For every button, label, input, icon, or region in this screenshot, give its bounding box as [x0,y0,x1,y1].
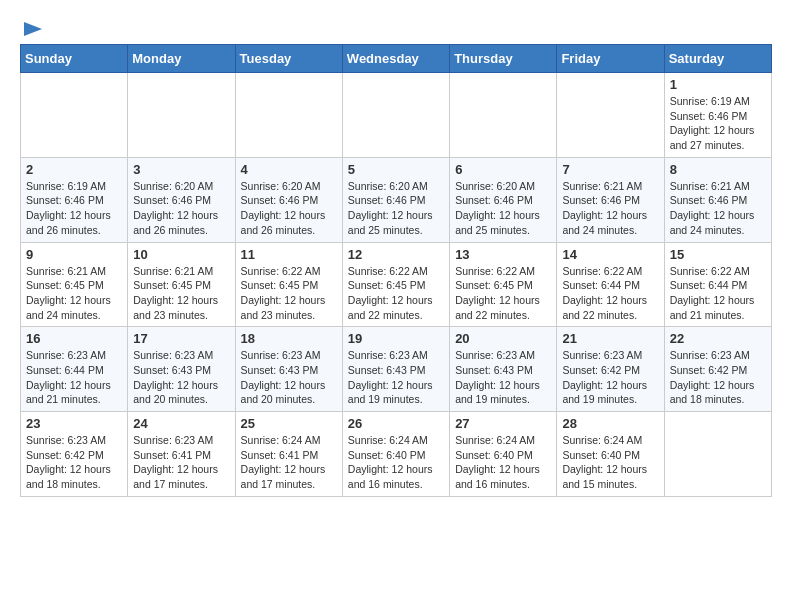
calendar-cell [128,73,235,158]
day-info: Sunrise: 6:20 AM Sunset: 6:46 PM Dayligh… [348,179,444,238]
day-number: 11 [241,247,337,262]
calendar-cell: 17Sunrise: 6:23 AM Sunset: 6:43 PM Dayli… [128,327,235,412]
day-number: 27 [455,416,551,431]
calendar-cell [557,73,664,158]
day-number: 19 [348,331,444,346]
day-number: 3 [133,162,229,177]
day-number: 4 [241,162,337,177]
calendar-cell [450,73,557,158]
day-number: 17 [133,331,229,346]
day-info: Sunrise: 6:23 AM Sunset: 6:43 PM Dayligh… [455,348,551,407]
day-info: Sunrise: 6:20 AM Sunset: 6:46 PM Dayligh… [455,179,551,238]
calendar-table: SundayMondayTuesdayWednesdayThursdayFrid… [20,44,772,497]
calendar-cell: 18Sunrise: 6:23 AM Sunset: 6:43 PM Dayli… [235,327,342,412]
calendar-cell: 26Sunrise: 6:24 AM Sunset: 6:40 PM Dayli… [342,412,449,497]
calendar-cell: 9Sunrise: 6:21 AM Sunset: 6:45 PM Daylig… [21,242,128,327]
calendar-cell: 10Sunrise: 6:21 AM Sunset: 6:45 PM Dayli… [128,242,235,327]
day-info: Sunrise: 6:21 AM Sunset: 6:46 PM Dayligh… [562,179,658,238]
day-number: 16 [26,331,122,346]
calendar-cell: 13Sunrise: 6:22 AM Sunset: 6:45 PM Dayli… [450,242,557,327]
day-number: 15 [670,247,766,262]
calendar-cell: 16Sunrise: 6:23 AM Sunset: 6:44 PM Dayli… [21,327,128,412]
calendar-cell: 24Sunrise: 6:23 AM Sunset: 6:41 PM Dayli… [128,412,235,497]
logo [20,20,44,34]
day-info: Sunrise: 6:23 AM Sunset: 6:44 PM Dayligh… [26,348,122,407]
day-number: 25 [241,416,337,431]
calendar-cell [342,73,449,158]
day-info: Sunrise: 6:22 AM Sunset: 6:44 PM Dayligh… [562,264,658,323]
day-info: Sunrise: 6:24 AM Sunset: 6:40 PM Dayligh… [562,433,658,492]
day-info: Sunrise: 6:20 AM Sunset: 6:46 PM Dayligh… [241,179,337,238]
calendar-cell: 1Sunrise: 6:19 AM Sunset: 6:46 PM Daylig… [664,73,771,158]
calendar-cell: 11Sunrise: 6:22 AM Sunset: 6:45 PM Dayli… [235,242,342,327]
weekday-header-thursday: Thursday [450,45,557,73]
calendar-cell: 22Sunrise: 6:23 AM Sunset: 6:42 PM Dayli… [664,327,771,412]
day-number: 1 [670,77,766,92]
calendar-cell: 2Sunrise: 6:19 AM Sunset: 6:46 PM Daylig… [21,157,128,242]
calendar-cell [21,73,128,158]
day-info: Sunrise: 6:21 AM Sunset: 6:45 PM Dayligh… [26,264,122,323]
day-number: 18 [241,331,337,346]
day-info: Sunrise: 6:19 AM Sunset: 6:46 PM Dayligh… [26,179,122,238]
day-number: 28 [562,416,658,431]
day-info: Sunrise: 6:24 AM Sunset: 6:40 PM Dayligh… [455,433,551,492]
calendar-cell: 6Sunrise: 6:20 AM Sunset: 6:46 PM Daylig… [450,157,557,242]
day-info: Sunrise: 6:22 AM Sunset: 6:45 PM Dayligh… [348,264,444,323]
day-info: Sunrise: 6:21 AM Sunset: 6:46 PM Dayligh… [670,179,766,238]
day-info: Sunrise: 6:19 AM Sunset: 6:46 PM Dayligh… [670,94,766,153]
day-info: Sunrise: 6:22 AM Sunset: 6:44 PM Dayligh… [670,264,766,323]
day-number: 12 [348,247,444,262]
calendar-cell: 28Sunrise: 6:24 AM Sunset: 6:40 PM Dayli… [557,412,664,497]
weekday-header-tuesday: Tuesday [235,45,342,73]
day-info: Sunrise: 6:23 AM Sunset: 6:42 PM Dayligh… [670,348,766,407]
day-number: 24 [133,416,229,431]
day-number: 20 [455,331,551,346]
day-number: 8 [670,162,766,177]
weekday-header-saturday: Saturday [664,45,771,73]
calendar-cell: 15Sunrise: 6:22 AM Sunset: 6:44 PM Dayli… [664,242,771,327]
day-info: Sunrise: 6:23 AM Sunset: 6:41 PM Dayligh… [133,433,229,492]
day-number: 10 [133,247,229,262]
calendar-cell [235,73,342,158]
weekday-header-wednesday: Wednesday [342,45,449,73]
svg-marker-0 [24,22,42,36]
day-info: Sunrise: 6:20 AM Sunset: 6:46 PM Dayligh… [133,179,229,238]
weekday-header-sunday: Sunday [21,45,128,73]
calendar-cell: 23Sunrise: 6:23 AM Sunset: 6:42 PM Dayli… [21,412,128,497]
calendar-cell: 3Sunrise: 6:20 AM Sunset: 6:46 PM Daylig… [128,157,235,242]
weekday-header-friday: Friday [557,45,664,73]
day-number: 22 [670,331,766,346]
day-info: Sunrise: 6:23 AM Sunset: 6:42 PM Dayligh… [562,348,658,407]
logo-flag-icon [22,20,44,38]
day-number: 7 [562,162,658,177]
calendar-cell: 8Sunrise: 6:21 AM Sunset: 6:46 PM Daylig… [664,157,771,242]
calendar-cell: 27Sunrise: 6:24 AM Sunset: 6:40 PM Dayli… [450,412,557,497]
day-number: 21 [562,331,658,346]
calendar-cell: 21Sunrise: 6:23 AM Sunset: 6:42 PM Dayli… [557,327,664,412]
day-info: Sunrise: 6:23 AM Sunset: 6:42 PM Dayligh… [26,433,122,492]
day-info: Sunrise: 6:24 AM Sunset: 6:40 PM Dayligh… [348,433,444,492]
calendar-cell [664,412,771,497]
day-number: 6 [455,162,551,177]
day-number: 26 [348,416,444,431]
day-info: Sunrise: 6:24 AM Sunset: 6:41 PM Dayligh… [241,433,337,492]
day-info: Sunrise: 6:22 AM Sunset: 6:45 PM Dayligh… [455,264,551,323]
day-info: Sunrise: 6:23 AM Sunset: 6:43 PM Dayligh… [133,348,229,407]
day-info: Sunrise: 6:23 AM Sunset: 6:43 PM Dayligh… [241,348,337,407]
day-info: Sunrise: 6:22 AM Sunset: 6:45 PM Dayligh… [241,264,337,323]
day-number: 5 [348,162,444,177]
day-number: 9 [26,247,122,262]
calendar-cell: 12Sunrise: 6:22 AM Sunset: 6:45 PM Dayli… [342,242,449,327]
day-info: Sunrise: 6:21 AM Sunset: 6:45 PM Dayligh… [133,264,229,323]
weekday-header-monday: Monday [128,45,235,73]
calendar-cell: 4Sunrise: 6:20 AM Sunset: 6:46 PM Daylig… [235,157,342,242]
day-number: 2 [26,162,122,177]
day-number: 13 [455,247,551,262]
page-header [20,20,772,34]
calendar-cell: 14Sunrise: 6:22 AM Sunset: 6:44 PM Dayli… [557,242,664,327]
calendar-cell: 5Sunrise: 6:20 AM Sunset: 6:46 PM Daylig… [342,157,449,242]
calendar-cell: 19Sunrise: 6:23 AM Sunset: 6:43 PM Dayli… [342,327,449,412]
day-number: 23 [26,416,122,431]
calendar-cell: 20Sunrise: 6:23 AM Sunset: 6:43 PM Dayli… [450,327,557,412]
day-number: 14 [562,247,658,262]
